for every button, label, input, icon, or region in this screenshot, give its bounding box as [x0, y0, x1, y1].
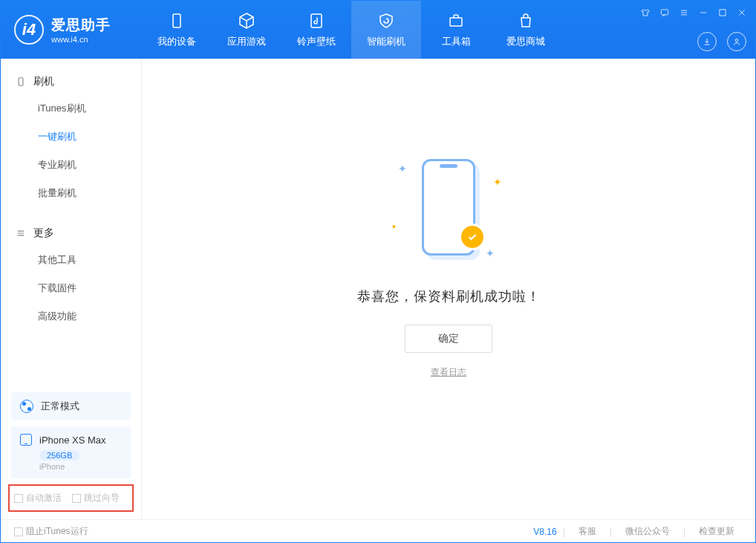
mode-card[interactable]: 正常模式	[11, 392, 131, 420]
sidebar-item-other-tools[interactable]: 其他工具	[1, 246, 141, 274]
svg-rect-4	[720, 10, 726, 16]
device-name: iPhone XS Max	[39, 435, 106, 446]
app-subtitle: www.i4.cn	[51, 35, 111, 44]
refresh-shield-icon	[377, 11, 396, 30]
sidebar-item-advanced[interactable]: 高级功能	[1, 302, 141, 331]
device-storage-badge: 256GB	[39, 450, 79, 461]
bag-icon	[516, 11, 535, 30]
cube-icon	[237, 11, 256, 30]
feedback-icon[interactable]	[659, 7, 671, 19]
sidebar-item-oneclick-flash[interactable]: 一键刷机	[1, 123, 141, 151]
nav-apps-games[interactable]: 应用游戏	[212, 1, 281, 59]
toolbox-icon	[446, 11, 466, 30]
checkbox-icon	[14, 527, 23, 536]
mode-icon	[20, 400, 33, 413]
success-illustration: ✦✦•✦	[374, 148, 523, 267]
maximize-icon[interactable]	[717, 7, 729, 19]
phone-icon	[167, 11, 186, 30]
main-content: ✦✦•✦ 恭喜您，保资料刷机成功啦！ 确定 查看日志	[142, 59, 755, 519]
sidebar-item-pro-flash[interactable]: 专业刷机	[1, 151, 141, 179]
device-type: iPhone	[39, 462, 122, 471]
checkmark-badge-icon	[459, 224, 486, 250]
svg-point-5	[735, 39, 738, 42]
success-message: 恭喜您，保资料刷机成功啦！	[357, 287, 541, 305]
nav-store[interactable]: 爱思商城	[491, 1, 561, 59]
sidebar-section-more: 更多	[1, 221, 141, 246]
device-phone-icon	[20, 434, 32, 446]
sidebar-item-download-firmware[interactable]: 下载固件	[1, 274, 141, 302]
checkbox-stop-itunes[interactable]: 阻止iTunes运行	[14, 525, 88, 538]
svg-rect-0	[173, 14, 180, 27]
svg-rect-3	[661, 10, 668, 15]
app-header: i4 爱思助手 www.i4.cn 我的设备 应用游戏 铃声壁纸 智能刷机 工具…	[1, 1, 755, 59]
footer-link-update[interactable]: 检查更新	[691, 525, 742, 538]
footer: 阻止iTunes运行 V8.16 | 客服 | 微信公众号 | 检查更新	[1, 519, 755, 543]
tshirt-icon[interactable]	[639, 7, 651, 19]
flash-options-highlight: 自动激活 跳过向导	[8, 484, 134, 512]
close-icon[interactable]	[736, 7, 748, 19]
app-title: 爱思助手	[51, 16, 111, 35]
minimize-icon[interactable]	[697, 7, 709, 19]
download-icon[interactable]	[697, 32, 717, 51]
device-icon	[16, 77, 26, 87]
app-logo-icon: i4	[14, 15, 44, 45]
nav-toolbox[interactable]: 工具箱	[421, 1, 491, 59]
sidebar-item-batch-flash[interactable]: 批量刷机	[1, 179, 141, 207]
mode-label: 正常模式	[41, 400, 79, 413]
nav-my-device[interactable]: 我的设备	[142, 1, 212, 59]
nav-ringtones-wallpapers[interactable]: 铃声壁纸	[281, 1, 351, 59]
window-controls	[639, 7, 748, 19]
top-nav: 我的设备 应用游戏 铃声壁纸 智能刷机 工具箱 爱思商城	[142, 1, 561, 59]
checkbox-icon	[72, 494, 81, 503]
menu-icon[interactable]	[678, 7, 690, 19]
sidebar-item-itunes-flash[interactable]: iTunes刷机	[1, 94, 141, 123]
nav-smart-flash[interactable]: 智能刷机	[351, 1, 421, 59]
checkbox-skip-guide[interactable]: 跳过向导	[72, 492, 120, 504]
sidebar: 刷机 iTunes刷机 一键刷机 专业刷机 批量刷机 更多 其他工具 下载固件 …	[1, 59, 142, 519]
sidebar-section-flash: 刷机	[1, 69, 141, 94]
footer-link-support[interactable]: 客服	[571, 525, 604, 538]
footer-link-wechat[interactable]: 微信公众号	[618, 525, 677, 538]
checkbox-auto-activate[interactable]: 自动激活	[14, 492, 62, 504]
logo-area: i4 爱思助手 www.i4.cn	[1, 1, 142, 59]
device-card[interactable]: iPhone XS Max 256GB iPhone	[11, 426, 131, 478]
list-icon	[16, 228, 26, 238]
svg-rect-1	[311, 14, 322, 27]
checkbox-icon	[14, 494, 23, 503]
header-actions	[697, 32, 746, 51]
svg-rect-6	[19, 78, 23, 86]
music-file-icon	[307, 11, 326, 30]
ok-button[interactable]: 确定	[405, 325, 492, 353]
user-icon[interactable]	[727, 32, 746, 51]
svg-rect-2	[450, 18, 462, 26]
version-label: V8.16	[533, 527, 556, 537]
view-log-link[interactable]: 查看日志	[431, 366, 466, 379]
